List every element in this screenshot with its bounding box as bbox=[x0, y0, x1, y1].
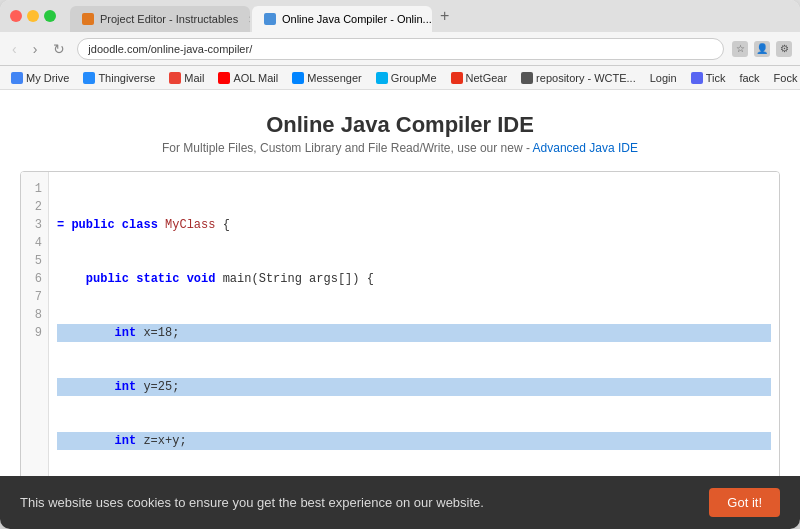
bookmark-aol[interactable]: AOL Mail bbox=[215, 71, 281, 85]
cookie-banner: This website uses cookies to ensure you … bbox=[0, 476, 800, 529]
advanced-ide-link[interactable]: Advanced Java IDE bbox=[533, 141, 638, 155]
bookmark-thingiverse[interactable]: Thingiverse bbox=[80, 71, 158, 85]
code-line-3: int x=18; bbox=[57, 324, 771, 342]
page-header: Online Java Compiler IDE For Multiple Fi… bbox=[20, 100, 780, 163]
minimize-button[interactable] bbox=[27, 10, 39, 22]
code-line-1: = public class MyClass { bbox=[57, 216, 771, 234]
mail-icon bbox=[169, 72, 181, 84]
reload-button[interactable]: ↻ bbox=[49, 39, 69, 59]
messenger-icon bbox=[292, 72, 304, 84]
tick-icon bbox=[691, 72, 703, 84]
bookmark-label: Login bbox=[650, 72, 677, 84]
bookmark-fack[interactable]: fack bbox=[736, 71, 762, 85]
forward-button[interactable]: › bbox=[29, 39, 42, 59]
drive-icon bbox=[11, 72, 23, 84]
tab-label: Project Editor - Instructables bbox=[100, 13, 238, 25]
url-text: jdoodle.com/online-java-compiler/ bbox=[88, 43, 252, 55]
maximize-button[interactable] bbox=[44, 10, 56, 22]
bookmark-label: Fock bbox=[774, 72, 798, 84]
bookmark-messenger[interactable]: Messenger bbox=[289, 71, 364, 85]
bookmark-label: Mail bbox=[184, 72, 204, 84]
bookmark-label: Thingiverse bbox=[98, 72, 155, 84]
bookmark-groupme[interactable]: GroupMe bbox=[373, 71, 440, 85]
page-content: Online Java Compiler IDE For Multiple Fi… bbox=[0, 90, 800, 529]
traffic-lights bbox=[10, 10, 56, 22]
browser-frame: Project Editor - Instructables ✕ Online … bbox=[0, 0, 800, 529]
page-title: Online Java Compiler IDE bbox=[20, 112, 780, 138]
close-button[interactable] bbox=[10, 10, 22, 22]
bookmark-label: My Drive bbox=[26, 72, 69, 84]
tab-label: Online Java Compiler - Onlin... bbox=[282, 13, 432, 25]
extensions-icon[interactable]: ⚙ bbox=[776, 41, 792, 57]
bookmark-netgear[interactable]: NetGear bbox=[448, 71, 511, 85]
bookmark-login[interactable]: Login bbox=[647, 71, 680, 85]
bookmark-icon[interactable]: ☆ bbox=[732, 41, 748, 57]
tab-favicon bbox=[82, 13, 94, 25]
bookmark-label: NetGear bbox=[466, 72, 508, 84]
repo-icon bbox=[521, 72, 533, 84]
bookmark-label: Tick bbox=[706, 72, 726, 84]
aol-icon bbox=[218, 72, 230, 84]
tab-close-icon[interactable]: ✕ bbox=[248, 14, 250, 25]
url-bar[interactable]: jdoodle.com/online-java-compiler/ bbox=[77, 38, 724, 60]
address-bar: ‹ › ↻ jdoodle.com/online-java-compiler/ … bbox=[0, 32, 800, 66]
bookmarks-bar: My Drive Thingiverse Mail AOL Mail Messe… bbox=[0, 66, 800, 90]
bookmark-label: AOL Mail bbox=[233, 72, 278, 84]
netgear-icon bbox=[451, 72, 463, 84]
cookie-accept-button[interactable]: Got it! bbox=[709, 488, 780, 517]
bookmark-fock[interactable]: Fock bbox=[771, 71, 800, 85]
tabs-container: Project Editor - Instructables ✕ Online … bbox=[70, 0, 790, 32]
address-icons: ☆ 👤 ⚙ bbox=[732, 41, 792, 57]
bookmark-tick[interactable]: Tick bbox=[688, 71, 729, 85]
bookmark-label: repository - WCTE... bbox=[536, 72, 636, 84]
code-line-2: public static void main(String args[]) { bbox=[57, 270, 771, 288]
code-line-4: int y=25; bbox=[57, 378, 771, 396]
code-line-5: int z=x+y; bbox=[57, 432, 771, 450]
bookmark-repo[interactable]: repository - WCTE... bbox=[518, 71, 639, 85]
bookmark-my-drive[interactable]: My Drive bbox=[8, 71, 72, 85]
title-bar: Project Editor - Instructables ✕ Online … bbox=[0, 0, 800, 32]
page-subtitle: For Multiple Files, Custom Library and F… bbox=[20, 141, 780, 155]
back-button[interactable]: ‹ bbox=[8, 39, 21, 59]
bookmark-label: fack bbox=[739, 72, 759, 84]
tab-project-editor[interactable]: Project Editor - Instructables ✕ bbox=[70, 6, 250, 32]
bookmark-label: Messenger bbox=[307, 72, 361, 84]
content-area: Online Java Compiler IDE For Multiple Fi… bbox=[0, 90, 800, 529]
bookmark-mail[interactable]: Mail bbox=[166, 71, 207, 85]
groupme-icon bbox=[376, 72, 388, 84]
cookie-message: This website uses cookies to ensure you … bbox=[20, 495, 484, 510]
thingiverse-icon bbox=[83, 72, 95, 84]
tab-favicon bbox=[264, 13, 276, 25]
new-tab-button[interactable]: + bbox=[434, 7, 455, 25]
bookmark-label: GroupMe bbox=[391, 72, 437, 84]
tab-java-compiler[interactable]: Online Java Compiler - Onlin... ✕ bbox=[252, 6, 432, 32]
profile-icon[interactable]: 👤 bbox=[754, 41, 770, 57]
